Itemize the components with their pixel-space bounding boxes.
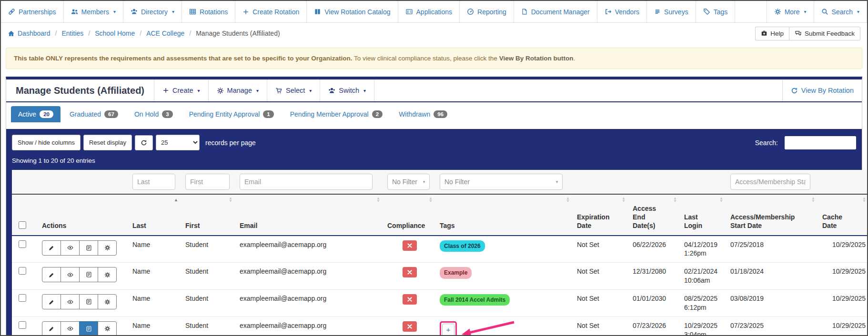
tab-graduated[interactable]: Graduated 67 [62, 106, 125, 122]
sort-ascending-icon[interactable]: ▲ [174, 198, 178, 202]
view-by-rotation-button[interactable]: View By Rotation [782, 79, 862, 101]
edit-button[interactable] [42, 240, 61, 256]
nav-create-rotation[interactable]: Create Rotation [235, 1, 307, 22]
sort-icon[interactable]: ▲▼ [811, 197, 815, 203]
col-compliance: Compliance [387, 222, 425, 229]
filter-first-input[interactable] [185, 174, 230, 190]
nav-vendors[interactable]: Vendors [597, 1, 647, 22]
edit-button[interactable] [42, 321, 61, 336]
cell-email: exampleemail@acemapp.org [236, 236, 384, 263]
pencil-icon [49, 245, 55, 251]
settings-button[interactable] [98, 294, 117, 309]
row-checkbox[interactable] [19, 240, 26, 248]
tab-count-badge: 1 [263, 110, 273, 118]
records-button[interactable] [79, 321, 98, 336]
tab-pending-member-approval[interactable]: Pending Member Approval 2 [283, 106, 390, 122]
nav-members[interactable]: Members ▾ [64, 1, 123, 22]
filter-email-input[interactable] [240, 174, 373, 190]
row-checkbox[interactable] [19, 267, 26, 275]
show-hide-columns-button[interactable]: Show / hide columns [12, 135, 81, 150]
records-button[interactable] [79, 240, 98, 256]
breadcrumb-school-home[interactable]: School Home [95, 30, 135, 37]
breadcrumb-ace-college[interactable]: ACE College [146, 30, 184, 37]
page-size-select[interactable]: 25 [156, 135, 200, 150]
settings-button[interactable] [98, 267, 117, 282]
breadcrumb-entities[interactable]: Entities [61, 30, 83, 37]
select-all-checkbox[interactable] [19, 221, 26, 229]
nav-view-rotation-catalog[interactable]: View Rotation Catalog [307, 1, 398, 22]
view-button[interactable] [61, 267, 80, 282]
non-compliant-badge[interactable] [403, 294, 417, 305]
nav-reporting[interactable]: Reporting [460, 1, 514, 22]
filter-compliance-select[interactable]: No Filter▾ [387, 174, 430, 190]
create-dropdown-button[interactable]: Create ▾ [154, 79, 208, 101]
sort-icon[interactable]: ▲▼ [719, 197, 723, 203]
caret-down-icon: ▾ [363, 88, 366, 93]
manage-dropdown-button[interactable]: Manage ▾ [208, 79, 267, 101]
tag-pill[interactable]: Class of 2026 [440, 240, 485, 252]
nav-directory[interactable]: Directory ▾ [123, 1, 182, 22]
edit-button[interactable] [42, 267, 61, 282]
home-icon [8, 30, 15, 37]
tag-pill[interactable]: Example [440, 267, 472, 278]
table-search-input[interactable] [785, 136, 856, 149]
sort-icon[interactable]: ▲▼ [429, 197, 433, 203]
caret-down-icon: ▾ [857, 9, 859, 14]
select-dropdown-button[interactable]: Select ▾ [267, 79, 320, 101]
filter-tags-select[interactable]: No Filter▾ [440, 174, 563, 190]
tab-label: Active [18, 110, 36, 118]
nav-document-manager[interactable]: Document Manager [514, 1, 597, 22]
row-checkbox[interactable] [19, 321, 26, 329]
cell-access-end: 01/01/2030 [629, 290, 680, 317]
view-by-rotation-label: View By Rotation [801, 87, 854, 94]
non-compliant-badge[interactable] [403, 321, 417, 332]
tab-pending-entity-approval[interactable]: Pending Entity Approval 1 [182, 106, 281, 122]
nav-surveys[interactable]: Surveys [647, 1, 696, 22]
sort-icon[interactable]: ▲▼ [376, 197, 380, 203]
view-button[interactable] [61, 294, 80, 309]
switch-dropdown-button[interactable]: Switch ▾ [320, 79, 374, 101]
sort-icon[interactable]: ▲▼ [566, 197, 570, 203]
nav-rotations[interactable]: Rotations [182, 1, 235, 22]
sort-icon[interactable]: ▲▼ [673, 197, 677, 203]
row-checkbox[interactable] [19, 294, 26, 302]
gear-icon [104, 272, 111, 278]
nav-tags[interactable]: Tags [696, 1, 736, 22]
tab-withdrawn[interactable]: Withdrawn 96 [392, 106, 454, 122]
breadcrumb-dashboard[interactable]: Dashboard [8, 30, 50, 37]
edit-button[interactable] [42, 294, 61, 309]
view-button[interactable] [61, 321, 80, 336]
sort-icon[interactable]: ▲▼ [622, 197, 626, 203]
nav-more[interactable]: More ▾ [767, 1, 814, 22]
caret-down-icon: ▾ [198, 88, 200, 93]
records-button[interactable] [79, 267, 98, 282]
tab-active[interactable]: Active 20 [11, 106, 61, 122]
help-button[interactable]: Help [755, 27, 789, 40]
settings-button[interactable] [98, 240, 117, 256]
gear-icon [217, 87, 224, 94]
tag-pill[interactable]: Fall 2014 Accel Admits [440, 294, 510, 306]
submit-feedback-button[interactable]: Submit Feedback [789, 27, 860, 40]
sort-icon[interactable]: ▲▼ [862, 197, 866, 203]
records-button[interactable] [79, 294, 98, 309]
sign-out-icon [605, 8, 612, 15]
nav-label: Surveys [664, 8, 688, 16]
nav-search[interactable]: Search ▾ [814, 1, 867, 22]
nav-partnerships[interactable]: Partnerships [1, 1, 64, 22]
sort-icon[interactable]: ▲▼ [229, 197, 232, 203]
table-row: Name Student exampleemail@acemapp.org Fa… [12, 290, 868, 317]
non-compliant-badge[interactable] [403, 240, 417, 251]
refresh-button[interactable] [135, 135, 153, 150]
tab-on-hold[interactable]: On Hold 3 [127, 106, 180, 122]
filter-last-input[interactable] [132, 174, 175, 190]
col-first: First [185, 222, 200, 229]
reset-display-button[interactable]: Reset display [83, 135, 132, 150]
plus-icon [162, 87, 169, 94]
add-tag-button[interactable]: + [442, 324, 454, 336]
non-compliant-badge[interactable] [403, 267, 417, 277]
filter-access-membership-input[interactable] [730, 174, 810, 190]
view-button[interactable] [61, 240, 80, 256]
nav-applications[interactable]: Applications [398, 1, 460, 22]
settings-button[interactable] [98, 321, 117, 336]
cell-last: Name [129, 236, 182, 263]
